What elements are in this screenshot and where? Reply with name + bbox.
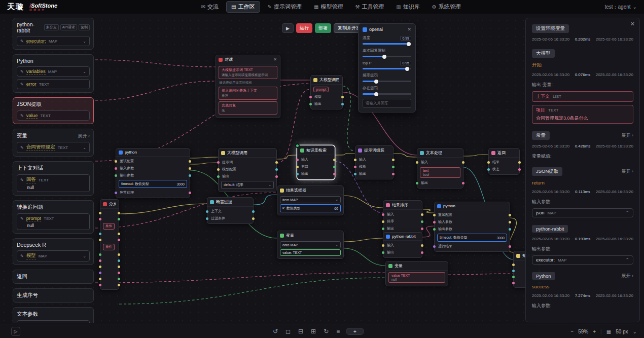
- edit-icon[interactable]: ✎: [20, 145, 24, 150]
- port-dot[interactable]: [189, 192, 191, 194]
- edit-icon[interactable]: ✎: [20, 82, 24, 87]
- slider-knob[interactable]: [374, 80, 378, 84]
- zoom-in-button[interactable]: +: [593, 329, 596, 334]
- node-selector[interactable]: 结果选择器item MAP⌄k: 数值类型60: [277, 185, 344, 215]
- port-dot[interactable]: [392, 166, 395, 168]
- node-chip[interactable]: 条件: [103, 223, 115, 230]
- port-dot[interactable]: [462, 182, 464, 184]
- port-dot[interactable]: [115, 167, 117, 170]
- nav-item-workspace[interactable]: ▤工作区: [226, 1, 260, 13]
- port-dot[interactable]: [392, 159, 395, 161]
- expand-link[interactable]: 展开 ›: [622, 132, 634, 139]
- stop-sequence-input[interactable]: 请输入并回车: [363, 99, 411, 108]
- slider-knob[interactable]: [374, 92, 378, 96]
- node-dialog[interactable]: 对话✕大模型提示词 TEXT请输入提示词或使用模板提示词请选择使用提示词模板接入…: [216, 55, 280, 118]
- console-toggle-button[interactable]: ▷: [11, 327, 20, 336]
- port-dot[interactable]: [518, 161, 521, 164]
- port-dot[interactable]: [275, 168, 278, 171]
- port-dot[interactable]: [275, 175, 278, 178]
- port-dot[interactable]: [99, 218, 101, 220]
- left-card-follow-up[interactable]: 转换追问题✎promptTEXTnull: [13, 200, 94, 234]
- minimize-icon[interactable]: ⊟: [298, 328, 303, 334]
- port-dot[interactable]: [333, 159, 336, 161]
- port-dot[interactable]: [296, 166, 299, 168]
- port-dot[interactable]: [189, 167, 191, 170]
- port-dot[interactable]: [118, 212, 120, 214]
- port-dot[interactable]: [217, 168, 220, 171]
- port-dot[interactable]: [309, 103, 312, 105]
- node-python-1[interactable]: python重试配置输入参数输出参数timeout: 数值类型3000异常处理: [116, 148, 190, 198]
- node-chip[interactable]: 常量: [532, 131, 550, 140]
- node-input[interactable]: value: TEXT: [280, 249, 341, 256]
- param-select[interactable]: executor:MAP⌃: [532, 255, 633, 265]
- left-card-return[interactable]: 返回: [13, 270, 94, 284]
- port-dot[interactable]: [99, 259, 101, 262]
- chevron-down-icon[interactable]: ⌄: [83, 145, 86, 150]
- left-card-python-rabbit[interactable]: python-rabbit多分支API请求复制✎executor:MAP⌄: [13, 18, 94, 50]
- port-dot[interactable]: [99, 233, 101, 235]
- port-dot[interactable]: [433, 221, 436, 223]
- slider[interactable]: [363, 93, 411, 95]
- close-icon[interactable]: ✕: [273, 57, 277, 62]
- nav-item-exchange[interactable]: ✉交流: [197, 1, 223, 13]
- port-dot[interactable]: [382, 220, 384, 223]
- run-button[interactable]: 运行: [296, 23, 312, 33]
- port-dot[interactable]: [416, 182, 418, 184]
- card-field[interactable]: ✎errorTEXT: [17, 79, 90, 89]
- nav-item-model-mgmt[interactable]: ▦模型管理: [309, 1, 347, 13]
- node-llm-small[interactable]: 大模型调用prompt模型输出: [310, 75, 343, 109]
- param-select[interactable]: jsonMAP⌃: [532, 208, 633, 217]
- edit-icon[interactable]: ✎: [20, 69, 24, 74]
- chevron-down-icon[interactable]: ⌄: [83, 39, 86, 44]
- slider[interactable]: [363, 81, 411, 82]
- node-select[interactable]: default: 结果⌄: [221, 181, 274, 189]
- add-node-button[interactable]: +: [346, 328, 364, 335]
- slider[interactable]: [363, 56, 411, 57]
- port-dot[interactable]: [189, 174, 191, 177]
- port-dot[interactable]: [518, 168, 521, 171]
- left-card-variable[interactable]: 变量展开 ›✎合同管理规定TEXT⌄: [13, 129, 94, 157]
- port-dot[interactable]: [333, 173, 336, 175]
- node-filter[interactable]: 断言过滤上下文过滤条件: [207, 197, 254, 224]
- grid-icon[interactable]: ▦: [606, 329, 611, 334]
- left-card-text-param[interactable]: 文本参数✎地震ANYnull: [13, 307, 94, 323]
- card-field[interactable]: ✎合同管理规定TEXT⌄: [17, 142, 90, 153]
- port-dot[interactable]: [433, 228, 436, 231]
- port-dot[interactable]: [206, 217, 208, 220]
- port-dot[interactable]: [118, 253, 120, 256]
- edit-icon[interactable]: ✎: [20, 254, 24, 258]
- port-dot[interactable]: [382, 244, 384, 247]
- port-dot[interactable]: [296, 173, 299, 175]
- port-dot[interactable]: [421, 220, 423, 223]
- list-icon[interactable]: ≡: [336, 328, 340, 334]
- card-field[interactable]: ✎模型MAP⌄: [17, 250, 90, 261]
- nav-item-prompt-mgmt[interactable]: ✎提示词管理: [263, 1, 306, 13]
- close-icon[interactable]: ✕: [630, 21, 635, 27]
- node-chip[interactable]: python-rabbit: [532, 225, 568, 233]
- port-dot[interactable]: [275, 161, 278, 164]
- edit-icon[interactable]: ✎: [20, 178, 24, 182]
- edit-icon[interactable]: ✎: [20, 216, 24, 221]
- node-chip[interactable]: prompt: [313, 87, 329, 92]
- port-dot[interactable]: [416, 161, 418, 164]
- node-var-1[interactable]: 变量data MAP⌄value: TEXT: [277, 231, 344, 259]
- port-dot[interactable]: [99, 239, 101, 241]
- node-prompt-build[interactable]: 提示词组装输入模板输出: [355, 145, 393, 179]
- port-dot[interactable]: [487, 161, 490, 164]
- node-return[interactable]: 返回结果状态: [488, 148, 520, 175]
- chevron-down-icon[interactable]: ⌄: [83, 69, 86, 74]
- port-dot[interactable]: [99, 253, 101, 256]
- slider-knob[interactable]: [407, 42, 411, 46]
- slider[interactable]: [363, 68, 411, 69]
- port-dot[interactable]: [118, 278, 120, 280]
- port-dot[interactable]: [118, 259, 120, 262]
- port-dot[interactable]: [252, 217, 255, 220]
- deploy-button[interactable]: 部署: [315, 23, 331, 33]
- nav-item-system-mgmt[interactable]: ⚙系统管理: [427, 1, 466, 13]
- node-var-2[interactable]: 变量value TEXTnull: [385, 261, 448, 286]
- port-dot[interactable]: [512, 270, 515, 272]
- port-dot[interactable]: [509, 245, 511, 248]
- node-input[interactable]: timeout: 数值类型3000: [437, 234, 507, 242]
- port-dot[interactable]: [462, 161, 464, 164]
- port-dot[interactable]: [118, 218, 120, 220]
